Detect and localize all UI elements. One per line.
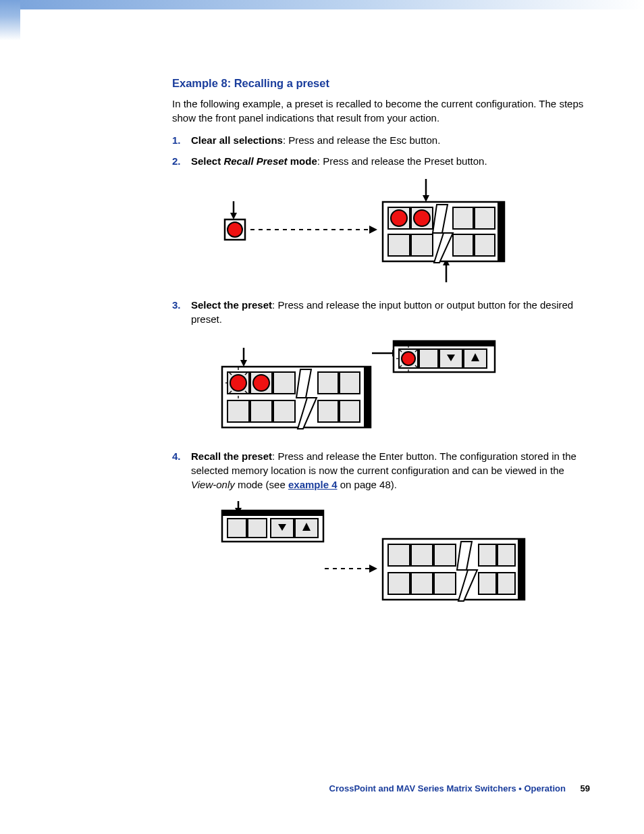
- page-footer: CrossPoint and MAV Series Matrix Switche…: [329, 783, 590, 793]
- step-4: Recall the preset: Press and release the…: [172, 449, 590, 609]
- step-4-lead: Recall the preset: [191, 450, 272, 462]
- step-4-rest-c: on page 48).: [338, 479, 397, 490]
- svg-rect-41: [318, 372, 338, 394]
- step-2: Select Recall Preset mode: Press and rel…: [172, 154, 590, 286]
- diagram-preset-button: [210, 178, 507, 286]
- svg-rect-20: [411, 234, 433, 256]
- step-2-rest: : Press and release the Preset button.: [317, 155, 487, 167]
- svg-rect-88: [411, 573, 433, 594]
- footer-page-number: 59: [581, 783, 590, 793]
- step-1-lead: Clear all selections: [191, 134, 283, 146]
- svg-rect-90: [479, 573, 496, 594]
- svg-rect-70: [222, 511, 323, 516]
- svg-rect-72: [248, 519, 267, 538]
- svg-marker-7: [423, 195, 429, 202]
- svg-point-38: [253, 375, 269, 391]
- step-2-lead-a: Select: [191, 155, 223, 167]
- figure-step-3: [210, 336, 590, 437]
- svg-rect-83: [434, 544, 456, 566]
- section-title: Example 8: Recalling a preset: [172, 77, 590, 90]
- svg-rect-42: [340, 372, 360, 394]
- svg-rect-82: [411, 544, 433, 566]
- svg-point-3: [227, 222, 242, 237]
- page-content: Example 8: Recalling a preset In the fol…: [0, 9, 644, 609]
- steps-list: Clear all selections: Press and release …: [172, 133, 590, 609]
- step-4-rest-b: mode (see: [235, 479, 288, 490]
- svg-rect-22: [475, 234, 495, 256]
- svg-rect-86: [498, 544, 515, 566]
- svg-point-28: [230, 375, 246, 391]
- step-4-italic: View-only: [191, 479, 235, 490]
- svg-rect-17: [453, 207, 473, 229]
- svg-rect-87: [388, 573, 410, 594]
- svg-rect-47: [340, 400, 360, 422]
- step-3: Select the preset: Press and release the…: [172, 298, 590, 437]
- step-2-lead-c: mode: [288, 155, 317, 167]
- step-1-rest: : Press and release the Esc button.: [283, 134, 440, 146]
- svg-rect-11: [498, 202, 504, 261]
- header-gradient-bar: [0, 0, 644, 9]
- svg-marker-1: [230, 213, 237, 219]
- svg-rect-91: [498, 573, 515, 594]
- intro-paragraph: In the following example, a preset is re…: [172, 97, 590, 125]
- svg-rect-45: [273, 400, 295, 422]
- svg-rect-89: [434, 573, 456, 594]
- figure-step-2: [210, 178, 590, 286]
- figure-step-4: [210, 501, 590, 609]
- svg-marker-24: [240, 360, 247, 367]
- step-1: Clear all selections: Press and release …: [172, 133, 590, 147]
- svg-rect-19: [388, 234, 410, 256]
- svg-point-13: [391, 210, 407, 226]
- svg-rect-71: [227, 519, 246, 538]
- svg-marker-78: [369, 565, 377, 573]
- example-4-link[interactable]: example 4: [288, 479, 338, 490]
- svg-rect-39: [273, 372, 295, 394]
- svg-rect-26: [364, 367, 371, 427]
- svg-point-53: [402, 352, 415, 365]
- step-2-lead-b: Recall Preset: [223, 155, 287, 167]
- svg-rect-18: [475, 207, 495, 229]
- svg-rect-43: [227, 400, 249, 422]
- svg-rect-62: [419, 349, 438, 368]
- svg-rect-85: [479, 544, 496, 566]
- svg-rect-44: [250, 400, 272, 422]
- svg-rect-21: [453, 234, 473, 256]
- diagram-select-preset: [210, 336, 500, 437]
- svg-point-15: [414, 210, 430, 226]
- footer-doc-title: CrossPoint and MAV Series Matrix Switche…: [329, 783, 566, 793]
- svg-rect-46: [318, 400, 338, 422]
- svg-rect-80: [518, 539, 525, 600]
- svg-rect-81: [388, 544, 410, 566]
- diagram-recall-preset: [210, 501, 534, 609]
- step-3-lead: Select the preset: [191, 299, 272, 311]
- svg-marker-5: [369, 226, 377, 234]
